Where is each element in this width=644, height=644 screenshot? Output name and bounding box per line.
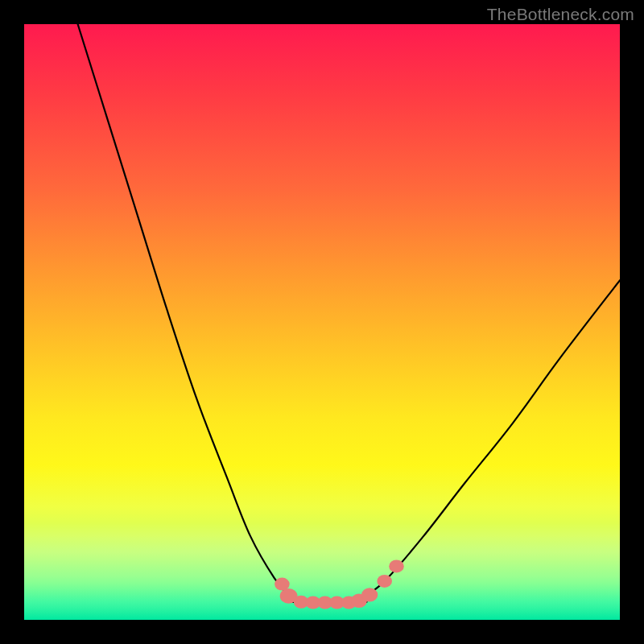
chart-svg [24, 24, 620, 620]
left-branch-line [78, 24, 290, 596]
marker-dot [361, 588, 378, 601]
marker-dot [317, 597, 332, 609]
bottom-haze [24, 523, 620, 620]
marker-dot [294, 596, 309, 609]
marker-dot [306, 597, 321, 609]
marker-layer [275, 559, 404, 609]
marker-dot [275, 578, 290, 591]
marker-dot [329, 597, 345, 609]
plot-area [24, 24, 620, 620]
marker-dot [280, 588, 298, 604]
marker-dot [351, 594, 367, 608]
curve-layer [78, 24, 620, 602]
watermark-text: TheBottleneck.com [487, 5, 634, 24]
marker-dot [341, 597, 357, 609]
right-branch-line [367, 280, 621, 596]
chart-frame: TheBottleneck.com [0, 0, 644, 644]
marker-dot [377, 575, 392, 588]
marker-dot [389, 559, 404, 572]
